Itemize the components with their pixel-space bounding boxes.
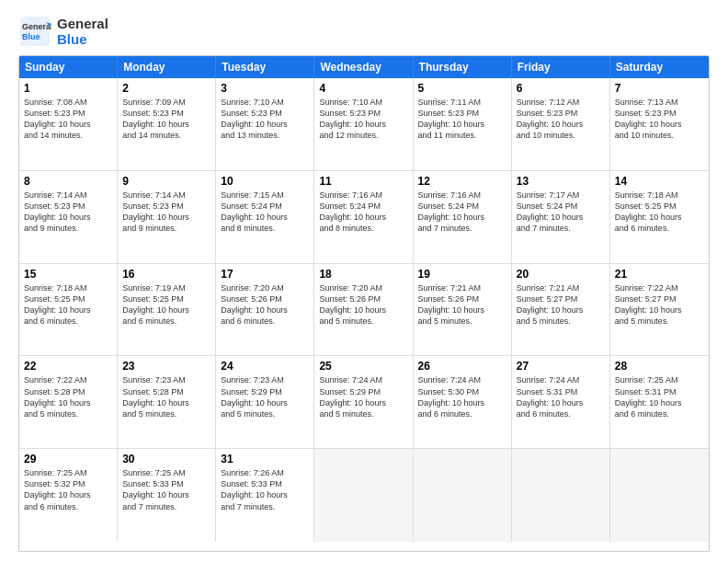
cell-text-line: Sunset: 5:27 PM [615,293,704,304]
cell-text-line: Sunrise: 7:25 AM [24,467,112,478]
cell-text-line: Sunrise: 7:18 AM [615,190,704,201]
cell-text-line: and 7 minutes. [517,223,605,234]
day-cell-8: 8Sunrise: 7:14 AMSunset: 5:23 PMDaylight… [19,171,118,264]
cell-text-line: Sunrise: 7:12 AM [517,97,605,108]
cell-text-line: Sunset: 5:25 PM [122,293,210,304]
cell-text-line: Sunset: 5:26 PM [319,293,407,304]
cell-text-line: Sunrise: 7:20 AM [319,282,407,293]
cell-text-line: Sunset: 5:32 PM [24,478,112,489]
header-thursday: Thursday [414,56,512,78]
day-number: 2 [122,82,210,95]
day-number: 4 [319,82,407,95]
cell-text-line: and 6 minutes. [221,316,309,327]
day-number: 23 [122,360,210,373]
day-cell-14: 14Sunrise: 7:18 AMSunset: 5:25 PMDayligh… [610,171,709,264]
cell-text-line: and 5 minutes. [319,408,407,419]
cell-text-line: Sunrise: 7:22 AM [24,374,112,385]
cell-text-line: Sunset: 5:23 PM [418,108,506,119]
empty-cell [414,449,512,542]
day-number: 18 [319,268,407,281]
cell-text-line: Daylight: 10 hours [517,397,605,408]
day-cell-26: 26Sunrise: 7:24 AMSunset: 5:30 PMDayligh… [414,356,512,449]
header-tuesday: Tuesday [216,56,314,78]
cell-text-line: Daylight: 10 hours [122,212,210,223]
cell-text-line: Sunset: 5:23 PM [24,201,112,212]
cell-text-line: Sunrise: 7:24 AM [517,374,605,385]
cell-text-line: Sunrise: 7:23 AM [221,374,309,385]
svg-rect-0 [20,17,50,46]
cell-text-line: Sunset: 5:28 PM [122,386,210,397]
cell-text-line: Sunset: 5:24 PM [517,201,605,212]
day-cell-2: 2Sunrise: 7:09 AMSunset: 5:23 PMDaylight… [118,78,216,171]
cell-text-line: and 6 minutes. [24,316,112,327]
cell-text-line: Daylight: 10 hours [24,397,112,408]
day-number: 14 [615,175,704,188]
cell-text-line: Sunrise: 7:16 AM [319,190,407,201]
day-cell-5: 5Sunrise: 7:11 AMSunset: 5:23 PMDaylight… [414,78,512,171]
cell-text-line: Daylight: 10 hours [615,212,704,223]
week-row-1: 8Sunrise: 7:14 AMSunset: 5:23 PMDaylight… [19,171,709,264]
empty-cell [314,449,413,542]
calendar-header: SundayMondayTuesdayWednesdayThursdayFrid… [19,56,709,78]
cell-text-line: Sunset: 5:29 PM [221,386,309,397]
cell-text-line: and 6 minutes. [24,501,112,512]
cell-text-line: Sunrise: 7:20 AM [221,282,309,293]
cell-text-line: Sunset: 5:23 PM [24,108,112,119]
cell-text-line: Sunset: 5:24 PM [221,201,309,212]
cell-text-line: Daylight: 10 hours [122,304,210,316]
cell-text-line: Sunrise: 7:16 AM [418,190,506,201]
svg-text:General: General [22,22,51,31]
week-row-3: 22Sunrise: 7:22 AMSunset: 5:28 PMDayligh… [19,356,709,449]
header-monday: Monday [118,56,216,78]
logo-line2: Blue [57,31,108,47]
day-cell-20: 20Sunrise: 7:21 AMSunset: 5:27 PMDayligh… [512,264,610,357]
cell-text-line: and 10 minutes. [517,130,605,141]
cell-text-line: and 6 minutes. [122,316,210,327]
cell-text-line: Daylight: 10 hours [221,212,309,223]
logo-svg: General Blue [18,15,51,48]
day-cell-22: 22Sunrise: 7:22 AMSunset: 5:28 PMDayligh… [19,356,118,449]
cell-text-line: Sunrise: 7:25 AM [122,467,210,478]
cell-text-line: Sunset: 5:29 PM [319,386,407,397]
cell-text-line: Sunset: 5:26 PM [221,293,309,304]
cell-text-line: Daylight: 10 hours [517,304,605,316]
day-number: 7 [615,82,704,95]
header-sunday: Sunday [19,56,118,78]
day-cell-27: 27Sunrise: 7:24 AMSunset: 5:31 PMDayligh… [512,356,610,449]
cell-text-line: Sunrise: 7:21 AM [517,282,605,293]
cell-text-line: Sunrise: 7:26 AM [221,467,309,478]
cell-text-line: Sunset: 5:26 PM [418,293,506,304]
cell-text-line: Daylight: 10 hours [319,119,407,130]
cell-text-line: Daylight: 10 hours [24,119,112,130]
cell-text-line: Daylight: 10 hours [615,304,704,316]
week-row-4: 29Sunrise: 7:25 AMSunset: 5:32 PMDayligh… [19,449,709,542]
cell-text-line: and 6 minutes. [517,408,605,419]
logo: General Blue General Blue [18,15,108,48]
day-number: 17 [221,268,309,281]
cell-text-line: and 11 minutes. [418,130,506,141]
header-friday: Friday [512,56,610,78]
day-cell-30: 30Sunrise: 7:25 AMSunset: 5:33 PMDayligh… [118,449,216,542]
day-cell-23: 23Sunrise: 7:23 AMSunset: 5:28 PMDayligh… [118,356,216,449]
day-cell-16: 16Sunrise: 7:19 AMSunset: 5:25 PMDayligh… [118,264,216,357]
cell-text-line: Daylight: 10 hours [122,397,210,408]
week-row-2: 15Sunrise: 7:18 AMSunset: 5:25 PMDayligh… [19,264,709,357]
day-cell-10: 10Sunrise: 7:15 AMSunset: 5:24 PMDayligh… [216,171,314,264]
day-cell-24: 24Sunrise: 7:23 AMSunset: 5:29 PMDayligh… [216,356,314,449]
cell-text-line: Daylight: 10 hours [122,119,210,130]
cell-text-line: Sunset: 5:23 PM [122,108,210,119]
day-number: 31 [221,453,309,465]
day-cell-1: 1Sunrise: 7:08 AMSunset: 5:23 PMDaylight… [19,78,118,171]
cell-text-line: Sunset: 5:31 PM [615,386,704,397]
cell-text-line: Sunrise: 7:17 AM [517,190,605,201]
cell-text-line: Sunrise: 7:19 AM [122,282,210,293]
day-number: 25 [319,360,407,373]
cell-text-line: and 7 minutes. [122,501,210,512]
cell-text-line: Sunset: 5:27 PM [517,293,605,304]
week-row-0: 1Sunrise: 7:08 AMSunset: 5:23 PMDaylight… [19,78,709,171]
cell-text-line: Daylight: 10 hours [24,212,112,223]
cell-text-line: Sunset: 5:24 PM [418,201,506,212]
day-number: 22 [24,360,112,373]
day-number: 3 [221,82,309,95]
cell-text-line: and 14 minutes. [24,130,112,141]
